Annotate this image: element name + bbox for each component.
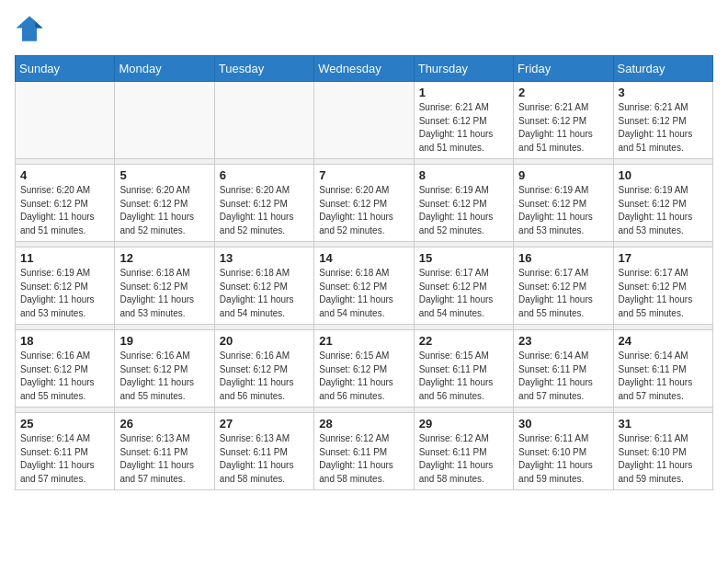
day-number: 6	[220, 168, 309, 182]
day-number: 10	[619, 168, 708, 182]
day-info: Sunrise: 6:19 AM Sunset: 6:12 PM Dayligh…	[619, 184, 708, 237]
calendar-cell: 19Sunrise: 6:16 AM Sunset: 6:12 PM Dayli…	[115, 330, 214, 408]
day-info: Sunrise: 6:21 AM Sunset: 6:12 PM Dayligh…	[419, 101, 508, 155]
logo	[15, 15, 48, 44]
calendar-cell: 27Sunrise: 6:13 AM Sunset: 6:11 PM Dayli…	[214, 413, 313, 490]
day-number: 18	[20, 334, 109, 348]
header-friday: Friday	[514, 56, 613, 82]
calendar-cell: 11Sunrise: 6:19 AM Sunset: 6:12 PM Dayli…	[16, 247, 115, 325]
calendar-cell: 7Sunrise: 6:20 AM Sunset: 6:12 PM Daylig…	[314, 165, 414, 242]
day-info: Sunrise: 6:14 AM Sunset: 6:11 PM Dayligh…	[20, 432, 109, 486]
calendar-cell: 25Sunrise: 6:14 AM Sunset: 6:11 PM Dayli…	[16, 413, 115, 490]
calendar-cell: 2Sunrise: 6:21 AM Sunset: 6:12 PM Daylig…	[514, 82, 613, 159]
calendar-week-3: 11Sunrise: 6:19 AM Sunset: 6:12 PM Dayli…	[16, 247, 713, 325]
calendar-cell	[115, 82, 214, 159]
day-info: Sunrise: 6:19 AM Sunset: 6:12 PM Dayligh…	[518, 184, 608, 237]
day-info: Sunrise: 6:18 AM Sunset: 6:12 PM Dayligh…	[119, 267, 209, 320]
calendar-cell: 30Sunrise: 6:11 AM Sunset: 6:10 PM Dayli…	[514, 413, 613, 490]
calendar-cell	[314, 82, 414, 159]
svg-marker-0	[17, 17, 43, 41]
day-info: Sunrise: 6:13 AM Sunset: 6:11 PM Dayligh…	[119, 432, 209, 486]
day-number: 20	[220, 334, 309, 348]
calendar-header-row: SundayMondayTuesdayWednesdayThursdayFrid…	[16, 56, 713, 82]
day-info: Sunrise: 6:14 AM Sunset: 6:11 PM Dayligh…	[518, 350, 608, 403]
calendar-cell: 23Sunrise: 6:14 AM Sunset: 6:11 PM Dayli…	[514, 330, 613, 408]
calendar-cell: 28Sunrise: 6:12 AM Sunset: 6:11 PM Dayli…	[314, 413, 414, 490]
day-info: Sunrise: 6:11 AM Sunset: 6:10 PM Dayligh…	[619, 432, 708, 486]
calendar-cell: 21Sunrise: 6:15 AM Sunset: 6:12 PM Dayli…	[314, 330, 414, 408]
calendar-cell: 15Sunrise: 6:17 AM Sunset: 6:12 PM Dayli…	[414, 247, 513, 325]
day-number: 21	[319, 334, 408, 348]
day-number: 26	[119, 417, 209, 431]
day-number: 22	[419, 334, 508, 348]
header-tuesday: Tuesday	[214, 56, 313, 82]
day-number: 15	[419, 251, 508, 265]
header-sunday: Sunday	[16, 56, 115, 82]
calendar-cell: 22Sunrise: 6:15 AM Sunset: 6:11 PM Dayli…	[414, 330, 513, 408]
day-number: 19	[119, 334, 209, 348]
day-info: Sunrise: 6:21 AM Sunset: 6:12 PM Dayligh…	[619, 101, 708, 155]
calendar-cell: 6Sunrise: 6:20 AM Sunset: 6:12 PM Daylig…	[214, 165, 313, 242]
page-header	[15, 15, 713, 44]
calendar-cell: 14Sunrise: 6:18 AM Sunset: 6:12 PM Dayli…	[314, 247, 414, 325]
calendar-cell: 9Sunrise: 6:19 AM Sunset: 6:12 PM Daylig…	[514, 165, 613, 242]
day-info: Sunrise: 6:15 AM Sunset: 6:12 PM Dayligh…	[319, 350, 408, 403]
calendar-cell: 13Sunrise: 6:18 AM Sunset: 6:12 PM Dayli…	[214, 247, 313, 325]
day-number: 25	[20, 417, 109, 431]
header-thursday: Thursday	[414, 56, 513, 82]
calendar-cell: 4Sunrise: 6:20 AM Sunset: 6:12 PM Daylig…	[16, 165, 115, 242]
day-number: 30	[518, 417, 608, 431]
day-number: 8	[419, 168, 508, 182]
calendar-week-2: 4Sunrise: 6:20 AM Sunset: 6:12 PM Daylig…	[16, 165, 713, 242]
calendar-cell: 26Sunrise: 6:13 AM Sunset: 6:11 PM Dayli…	[115, 413, 214, 490]
day-number: 27	[220, 417, 309, 431]
calendar-cell: 8Sunrise: 6:19 AM Sunset: 6:12 PM Daylig…	[414, 165, 513, 242]
calendar-cell: 1Sunrise: 6:21 AM Sunset: 6:12 PM Daylig…	[414, 82, 513, 159]
calendar-cell: 18Sunrise: 6:16 AM Sunset: 6:12 PM Dayli…	[16, 330, 115, 408]
header-monday: Monday	[115, 56, 214, 82]
calendar: SundayMondayTuesdayWednesdayThursdayFrid…	[15, 55, 713, 490]
day-info: Sunrise: 6:13 AM Sunset: 6:11 PM Dayligh…	[220, 432, 309, 486]
calendar-cell: 3Sunrise: 6:21 AM Sunset: 6:12 PM Daylig…	[613, 82, 712, 159]
day-number: 2	[518, 86, 608, 99]
day-info: Sunrise: 6:16 AM Sunset: 6:12 PM Dayligh…	[220, 350, 309, 403]
day-number: 7	[319, 168, 408, 182]
day-number: 1	[419, 86, 508, 99]
day-info: Sunrise: 6:12 AM Sunset: 6:11 PM Dayligh…	[419, 432, 508, 486]
calendar-week-1: 1Sunrise: 6:21 AM Sunset: 6:12 PM Daylig…	[16, 82, 713, 159]
calendar-cell: 17Sunrise: 6:17 AM Sunset: 6:12 PM Dayli…	[613, 247, 712, 325]
day-number: 28	[319, 417, 408, 431]
day-info: Sunrise: 6:18 AM Sunset: 6:12 PM Dayligh…	[220, 267, 309, 320]
day-number: 23	[518, 334, 608, 348]
day-number: 31	[619, 417, 708, 431]
calendar-week-5: 25Sunrise: 6:14 AM Sunset: 6:11 PM Dayli…	[16, 413, 713, 490]
day-number: 17	[619, 251, 708, 265]
day-number: 24	[619, 334, 708, 348]
day-info: Sunrise: 6:18 AM Sunset: 6:12 PM Dayligh…	[319, 267, 408, 320]
day-number: 9	[518, 168, 608, 182]
calendar-cell	[16, 82, 115, 159]
day-number: 29	[419, 417, 508, 431]
calendar-cell: 16Sunrise: 6:17 AM Sunset: 6:12 PM Dayli…	[514, 247, 613, 325]
calendar-cell: 31Sunrise: 6:11 AM Sunset: 6:10 PM Dayli…	[613, 413, 712, 490]
calendar-week-4: 18Sunrise: 6:16 AM Sunset: 6:12 PM Dayli…	[16, 330, 713, 408]
calendar-cell: 24Sunrise: 6:14 AM Sunset: 6:11 PM Dayli…	[613, 330, 712, 408]
day-info: Sunrise: 6:12 AM Sunset: 6:11 PM Dayligh…	[319, 432, 408, 486]
calendar-cell: 5Sunrise: 6:20 AM Sunset: 6:12 PM Daylig…	[115, 165, 214, 242]
day-info: Sunrise: 6:14 AM Sunset: 6:11 PM Dayligh…	[619, 350, 708, 403]
day-info: Sunrise: 6:17 AM Sunset: 6:12 PM Dayligh…	[619, 267, 708, 320]
day-number: 4	[20, 168, 109, 182]
calendar-cell: 20Sunrise: 6:16 AM Sunset: 6:12 PM Dayli…	[214, 330, 313, 408]
day-info: Sunrise: 6:17 AM Sunset: 6:12 PM Dayligh…	[419, 267, 508, 320]
day-number: 13	[220, 251, 309, 265]
day-number: 14	[319, 251, 408, 265]
day-number: 3	[619, 86, 708, 99]
calendar-cell: 12Sunrise: 6:18 AM Sunset: 6:12 PM Dayli…	[115, 247, 214, 325]
day-number: 5	[119, 168, 209, 182]
header-saturday: Saturday	[613, 56, 712, 82]
calendar-cell: 10Sunrise: 6:19 AM Sunset: 6:12 PM Dayli…	[613, 165, 712, 242]
day-info: Sunrise: 6:20 AM Sunset: 6:12 PM Dayligh…	[20, 184, 109, 237]
calendar-cell	[214, 82, 313, 159]
header-wednesday: Wednesday	[314, 56, 414, 82]
day-number: 16	[518, 251, 608, 265]
